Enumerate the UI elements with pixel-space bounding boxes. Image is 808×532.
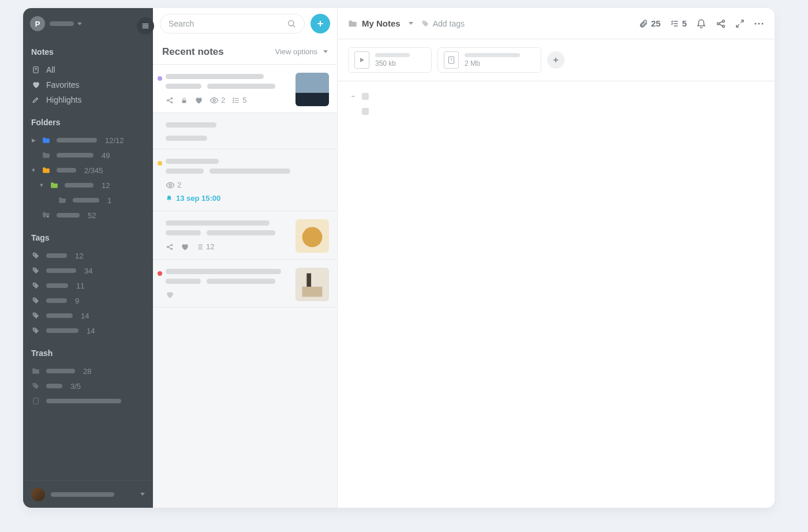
trash-notes[interactable]: [31, 394, 145, 409]
note-card[interactable]: 2 5: [153, 65, 337, 113]
shared-folder-icon: [42, 211, 51, 220]
svg-point-22: [171, 102, 172, 103]
folder-icon: [42, 151, 51, 160]
trash-folders[interactable]: 28: [31, 364, 145, 379]
tag-name-placeholder: [46, 313, 73, 318]
workspace-name-placeholder: [50, 21, 74, 26]
notes-panel: Recent notes View options 2 5: [153, 8, 338, 508]
folder-item[interactable]: ▼ 12: [31, 178, 145, 193]
heart-icon: [181, 243, 189, 251]
bell-icon: [696, 18, 706, 29]
chevron-down-icon: [77, 23, 82, 25]
folder-item-shared[interactable]: 52: [31, 208, 145, 223]
tag-name-placeholder: [46, 283, 68, 288]
tag-item[interactable]: 14: [31, 308, 145, 323]
trash-name-placeholder: [46, 399, 121, 403]
sidebar-item-all[interactable]: All: [31, 62, 145, 77]
share-icon: [716, 18, 726, 29]
note-editor: My Notes Add tags 25 5: [338, 8, 775, 508]
highlight-icon: [31, 95, 40, 104]
sidebar-item-label: Highlights: [46, 95, 81, 104]
tasks-count[interactable]: 5: [670, 18, 687, 28]
search-input[interactable]: [169, 19, 287, 28]
note-icon: [31, 396, 40, 406]
sidebar-item-label: All: [46, 65, 55, 74]
add-tags-button[interactable]: Add tags: [421, 19, 465, 28]
attachment-size: 350 kb: [375, 59, 410, 68]
svg-line-59: [736, 24, 739, 27]
editor-bullet-row: [351, 93, 761, 100]
attachment-card[interactable]: 350 kb: [348, 47, 432, 73]
svg-rect-34: [295, 93, 329, 106]
folder-name-placeholder: [73, 198, 99, 203]
svg-line-39: [169, 245, 171, 246]
more-button[interactable]: [754, 22, 764, 25]
notes-panel-toolbar: [153, 8, 337, 39]
folder-count: 12: [102, 181, 110, 190]
svg-point-31: [233, 100, 234, 100]
add-tags-label: Add tags: [433, 19, 465, 28]
user-account-switcher[interactable]: [23, 480, 153, 508]
note-breadcrumb[interactable]: My Notes: [348, 18, 413, 28]
svg-line-24: [169, 100, 171, 102]
tag-icon: [31, 326, 40, 335]
bell-icon: [166, 194, 173, 203]
search-field[interactable]: [160, 14, 305, 33]
svg-point-62: [762, 23, 764, 24]
folder-item[interactable]: ▼ 2/345: [31, 163, 145, 178]
tag-item[interactable]: 11: [31, 278, 145, 293]
tag-name-placeholder: [46, 268, 76, 273]
tag-icon: [31, 381, 40, 391]
share-icon: [166, 243, 174, 251]
plus-icon: [316, 19, 325, 28]
folder-count: 52: [88, 211, 96, 220]
workspace-avatar: P: [30, 16, 45, 31]
svg-rect-47: [302, 287, 323, 297]
tag-item[interactable]: 9: [31, 293, 145, 308]
views-count: 2: [166, 181, 181, 189]
svg-point-35: [169, 184, 171, 186]
svg-line-23: [169, 99, 171, 100]
note-card[interactable]: [153, 113, 337, 149]
heart-icon: [166, 291, 174, 299]
tasks-icon: [670, 19, 679, 28]
note-card[interactable]: [153, 260, 337, 308]
folder-item[interactable]: 49: [31, 148, 145, 163]
note-list[interactable]: 2 5: [153, 65, 337, 508]
add-attachment-button[interactable]: [547, 51, 564, 69]
note-card[interactable]: 12: [153, 211, 337, 260]
workspace-switcher[interactable]: P: [23, 8, 153, 39]
views-count: 2: [210, 96, 225, 104]
sidebar-toggle-button[interactable]: [137, 17, 154, 35]
caret-right-icon: ▶: [31, 137, 36, 143]
folder-item[interactable]: ▶ 12/12: [31, 133, 145, 148]
note-card[interactable]: 2 13 sep 15:00: [153, 149, 337, 211]
svg-point-30: [233, 98, 234, 98]
note-thumbnail: [295, 219, 329, 253]
tag-item[interactable]: 34: [31, 263, 145, 278]
trash-tags[interactable]: 3/5: [31, 379, 145, 394]
tag-item[interactable]: 12: [31, 248, 145, 263]
svg-point-49: [423, 21, 424, 23]
attachment-name-placeholder: [375, 53, 410, 57]
note-body[interactable]: [338, 81, 775, 508]
attachments-count[interactable]: 25: [639, 18, 661, 28]
tag-item[interactable]: 14: [31, 323, 145, 338]
expand-icon: [735, 19, 745, 28]
sidebar-item-favorites[interactable]: Favorites: [31, 77, 145, 92]
folder-item[interactable]: 1: [31, 193, 145, 208]
list-count: 12: [196, 242, 214, 251]
svg-point-13: [34, 329, 35, 330]
editor-bullet-row: [362, 108, 761, 115]
note-icon: [31, 65, 40, 74]
notifications-button[interactable]: [696, 18, 706, 29]
expand-button[interactable]: [735, 19, 745, 28]
notes-panel-header: Recent notes View options: [153, 39, 337, 65]
chevron-down-icon: [409, 22, 413, 25]
new-note-button[interactable]: [311, 14, 330, 33]
share-button[interactable]: [716, 18, 726, 29]
view-options-button[interactable]: View options: [275, 47, 328, 56]
attachment-card[interactable]: 2 Mb: [437, 47, 541, 73]
sidebar-item-highlights[interactable]: Highlights: [31, 92, 145, 107]
plus-icon: [552, 56, 560, 64]
